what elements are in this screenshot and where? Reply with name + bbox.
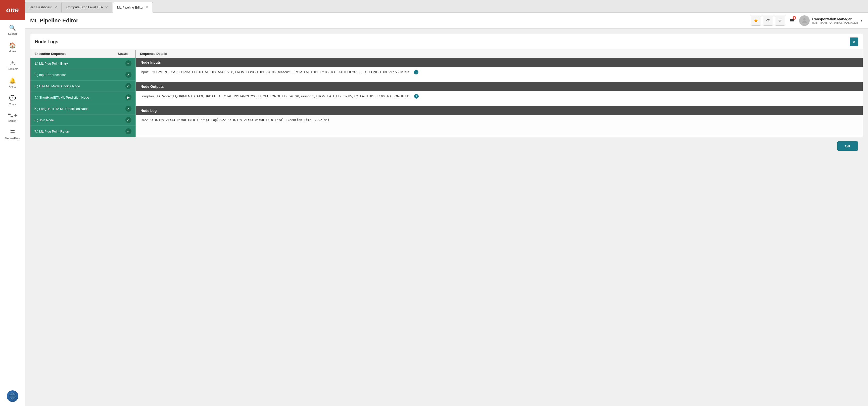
node-inputs-header: Node Inputs [136,58,863,67]
input-info-icon[interactable]: i [414,70,418,75]
chat-icon: 💬 [9,95,16,102]
app-logo[interactable]: one [0,0,25,20]
seq-row-1[interactable]: 1.) ML Plug Point Entry ✓ [30,58,135,69]
close-panel-button[interactable]: ✕ [850,37,858,46]
sidebar-item-problems[interactable]: ⚠ Problems [0,56,25,74]
seq-label-6: 6.) Join Node [34,118,125,122]
search-icon: 🔍 [9,25,16,31]
sidebar-label-alerts: Alerts [9,85,16,88]
col-header-execution: Execution Sequence [34,52,114,56]
node-log-header: Node Log [136,106,863,115]
header-actions: Transportation Manager TMS.TRANSPORTATIO… [751,16,863,26]
switch-icon [8,113,17,118]
seq-status-icon-1: ✓ [125,60,131,66]
seq-label-1: 1.) ML Plug Point Entry [34,62,125,65]
output-value: EQUIPMENT_CAT:0, UPDATED_TOTAL_DISTANCE:… [173,94,412,98]
svg-point-2 [14,114,17,116]
node-log-title: Node Log [141,109,157,113]
user-role: TMS.TRANSPORTATION MANAGER [812,21,858,24]
seq-row-6[interactable]: 6.) Join Node ✓ [30,114,135,126]
right-panel: Sequence Details Node Inputs Input: EQUI… [136,50,863,137]
seq-label-5: 5.) LongHaulETA ML Prediction Node [34,107,125,111]
table-container: Execution Sequence Status 1.) ML Plug Po… [30,50,863,137]
node-logs-panel: Node Logs ✕ Execution Sequence Status 1.… [30,34,863,137]
tab-close-ml[interactable]: ✕ [146,5,149,9]
content-area: Node Logs ✕ Execution Sequence Status 1.… [25,29,868,406]
node-log-content: 2022-03-07T09:21:53-05:00 INFO (Script L… [136,115,863,135]
sidebar-bottom [0,390,25,406]
node-outputs-header: Node Outputs [136,82,863,91]
user-section[interactable]: Transportation Manager TMS.TRANSPORTATIO… [799,16,863,26]
sidebar-label-menus: Menus/Favs [5,137,20,140]
node-outputs-content: LongHaulETARecord: EQUIPMENT_CAT:0, UPDA… [136,91,863,106]
globe-button[interactable] [7,390,18,402]
warning-icon: ⚠ [10,60,15,66]
refresh-button[interactable] [763,16,773,26]
sidebar-item-switch[interactable]: Switch [0,109,25,126]
seq-status-icon-2: ✓ [125,72,131,78]
home-icon: 🏠 [9,42,16,49]
menus-icon: ☰ [10,129,15,136]
svg-rect-0 [8,114,10,115]
svg-rect-1 [10,116,13,117]
seq-row-3[interactable]: 3.) ETA ML Model Choice Node ✓ [30,81,135,92]
output-label: LongHaulETARecord: [141,94,172,98]
bell-icon: 🔔 [9,78,16,84]
seq-label-7: 7.) ML Plug Point Return [34,129,125,133]
close-button[interactable] [775,16,785,26]
output-info-icon[interactable]: i [414,94,419,98]
col-header-status: Status [114,52,131,56]
notification-badge [793,16,796,20]
favorite-button[interactable] [751,16,761,26]
tab-label: Compute Stop Level ETA [66,5,103,9]
user-name: Transportation Manager [812,17,858,21]
logo-text: one [6,6,19,14]
seq-label-2: 2.) InputPreprocessor [34,73,125,77]
sidebar-label-switch: Switch [8,119,16,122]
sidebar-item-search[interactable]: 🔍 Search [0,21,25,39]
ok-btn-container: OK [30,137,863,155]
tab-bar: Neo Dashboard ✕ Compute Stop Level ETA ✕… [25,0,868,12]
sidebar-item-alerts[interactable]: 🔔 Alerts [0,74,25,92]
tab-label: ML Pipeline Editor [117,5,144,9]
col-header-seq-details: Sequence Details [140,52,167,56]
tab-neo-dashboard[interactable]: Neo Dashboard ✕ [25,2,62,12]
sidebar-label-home: Home [9,50,16,53]
svg-point-9 [803,18,806,21]
svg-marker-8 [793,17,795,19]
seq-row-7[interactable]: 7.) ML Plug Point Return ✓ [30,126,135,137]
dropdown-arrow-icon[interactable]: ▼ [860,19,863,22]
sidebar-item-home[interactable]: 🏠 Home [0,39,25,56]
node-outputs-title: Node Outputs [141,85,164,89]
node-inputs-title: Node Inputs [141,60,161,64]
input-value: EQUIPMENT_CAT:0, UPDATED_TOTAL_DISTANCE:… [150,70,412,74]
avatar [799,16,810,26]
seq-row-2[interactable]: 2.) InputPreprocessor ✓ [30,69,135,81]
seq-status-icon-7: ✓ [125,128,131,134]
seq-row-5[interactable]: 5.) LongHaulETA ML Prediction Node ✓ [30,103,135,114]
seq-status-icon-4: ▶ [125,94,131,100]
tab-ml-pipeline[interactable]: ML Pipeline Editor ✕ [113,2,153,12]
tab-close-neo[interactable]: ✕ [54,5,57,9]
sidebar-item-chats[interactable]: 💬 Chats [0,92,25,109]
input-label: Input: [141,70,149,74]
tab-close-compute[interactable]: ✕ [105,5,108,9]
table-header-row: Execution Sequence Status [30,50,135,58]
page-title: ML Pipeline Editor [30,17,751,24]
sidebar-label-search: Search [8,32,17,35]
tab-compute-stop[interactable]: Compute Stop Level ETA ✕ [62,2,112,12]
seq-status-icon-6: ✓ [125,117,131,123]
left-panel: Execution Sequence Status 1.) ML Plug Po… [30,50,136,137]
node-logs-title: Node Logs [35,39,58,45]
sidebar-item-menus[interactable]: ☰ Menus/Favs [0,126,25,143]
sidebar-label-problems: Problems [6,67,18,70]
seq-status-icon-5: ✓ [125,106,131,112]
seq-details-header-row: Sequence Details [136,50,863,58]
tab-label: Neo Dashboard [29,5,52,9]
seq-label-4: 4.) ShortHaulETA ML Prediction Node [34,95,125,99]
ok-button[interactable]: OK [837,141,858,151]
seq-row-4[interactable]: 4.) ShortHaulETA ML Prediction Node ▶ [30,92,135,103]
node-inputs-content: Input: EQUIPMENT_CAT:0, UPDATED_TOTAL_DI… [136,67,863,82]
menu-button[interactable] [787,16,797,26]
node-logs-header: Node Logs ✕ [30,34,863,50]
